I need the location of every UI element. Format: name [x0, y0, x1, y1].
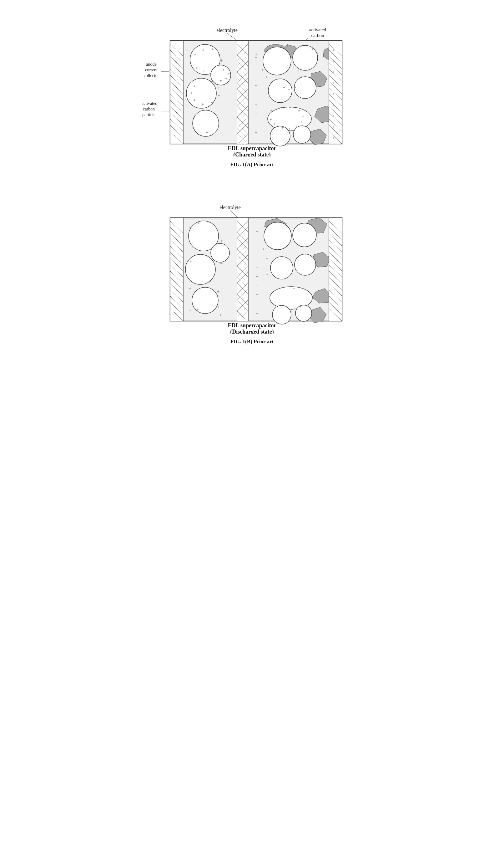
svg-text:−: − — [256, 274, 258, 279]
svg-text:−: − — [186, 102, 188, 107]
svg-text:−: − — [256, 238, 258, 242]
svg-text:+: + — [193, 114, 196, 119]
svg-text:+: + — [288, 87, 290, 92]
svg-text:−: − — [254, 74, 257, 79]
caption-a-line2: (Charged state) — [233, 152, 270, 156]
svg-text:+: + — [298, 108, 300, 113]
figure-1b-caption: FIG. 1(B) Prior art — [230, 337, 274, 345]
label-activated-carbon-2: carbon — [311, 33, 324, 38]
svg-text:−: − — [255, 102, 258, 107]
svg-text:−: − — [186, 58, 188, 64]
svg-text:+: + — [218, 85, 220, 90]
svg-text:+: + — [277, 44, 280, 49]
svg-text:−: − — [254, 46, 257, 50]
figure-1b-wrapper: electrolyte — [143, 202, 361, 345]
svg-text:+: + — [217, 117, 219, 122]
svg-point-195 — [211, 243, 230, 262]
svg-text:+: + — [332, 81, 335, 85]
svg-text:+: + — [332, 69, 335, 74]
svg-text:+: + — [256, 229, 258, 234]
svg-text:+: + — [316, 51, 319, 56]
svg-text:+: + — [219, 78, 222, 83]
svg-text:+: + — [332, 48, 335, 53]
caption-b-line2: (Discharged state) — [230, 329, 274, 333]
label-particle-2: carbon — [143, 107, 155, 111]
svg-text:+: + — [332, 58, 335, 64]
svg-point-252 — [270, 257, 293, 279]
svg-point-255 — [272, 305, 291, 324]
svg-text:−: − — [266, 256, 269, 261]
svg-text:+: + — [201, 102, 204, 107]
svg-text:−: − — [186, 69, 188, 74]
svg-text:−: − — [186, 81, 188, 85]
svg-text:+: + — [219, 312, 222, 317]
svg-text:+: + — [286, 44, 289, 49]
svg-text:+: + — [189, 308, 191, 313]
svg-point-108 — [270, 126, 290, 146]
svg-text:+: + — [217, 289, 219, 294]
svg-text:+: + — [301, 44, 303, 49]
svg-text:+: + — [222, 68, 225, 72]
caption-b-line1: EDL supercapacitor — [228, 322, 276, 329]
svg-text:−: − — [256, 283, 258, 288]
label-anode-1: anode — [146, 62, 156, 67]
svg-text:−: − — [254, 83, 257, 88]
svg-text:+: + — [262, 247, 265, 252]
label-activated-carbon-1: activated — [309, 27, 326, 32]
svg-text:+: + — [211, 47, 214, 52]
svg-text:+: + — [220, 238, 222, 243]
svg-text:+: + — [260, 59, 262, 64]
figure-1a-label: FIG. 1(A) Prior art — [230, 161, 274, 168]
svg-text:+: + — [295, 46, 298, 51]
svg-text:+: + — [300, 74, 303, 79]
svg-text:+: + — [262, 68, 264, 72]
svg-text:+: + — [256, 248, 258, 253]
svg-text:−: − — [293, 286, 295, 291]
figure-1b-label: FIG. 1(B) Prior art — [230, 339, 274, 345]
svg-text:+: + — [256, 292, 258, 297]
svg-text:+: + — [193, 127, 196, 132]
svg-text:+: + — [306, 44, 308, 49]
label-electrolyte-b: electrolyte — [219, 205, 241, 210]
svg-point-194 — [192, 287, 218, 313]
svg-text:+: + — [256, 265, 258, 270]
page: electrolyte activated carbon anode curre… — [132, 25, 372, 345]
svg-text:+: + — [211, 100, 213, 105]
svg-text:−: − — [255, 111, 258, 116]
caption-a-line1: EDL supercapacitor — [228, 145, 276, 152]
svg-text:−: − — [186, 135, 188, 140]
svg-text:+: + — [311, 46, 314, 51]
svg-text:+: + — [203, 69, 205, 73]
svg-text:+: + — [194, 52, 196, 57]
svg-text:+: + — [217, 124, 219, 129]
svg-text:+: + — [202, 48, 204, 53]
svg-text:+: + — [292, 65, 294, 69]
svg-text:−: − — [291, 307, 293, 312]
svg-text:+: + — [256, 311, 258, 316]
svg-text:+: + — [266, 272, 269, 277]
svg-point-106 — [294, 77, 316, 99]
svg-text:+: + — [273, 121, 276, 126]
svg-text:+: + — [197, 221, 200, 226]
figure-1a-wrapper: electrolyte activated carbon anode curre… — [143, 25, 361, 168]
svg-text:+: + — [206, 130, 208, 135]
svg-text:+: + — [280, 105, 283, 110]
svg-text:+: + — [196, 307, 199, 312]
svg-text:−: − — [189, 244, 191, 250]
svg-text:+: + — [332, 135, 335, 140]
svg-text:+: + — [332, 124, 335, 129]
svg-text:+: + — [297, 69, 300, 73]
svg-text:+: + — [269, 46, 272, 51]
svg-text:+: + — [282, 125, 284, 130]
svg-text:−: − — [186, 113, 188, 118]
svg-text:−: − — [208, 279, 211, 284]
svg-text:−: − — [254, 65, 257, 69]
svg-text:−: − — [256, 302, 258, 306]
label-anode-3: collector — [144, 73, 159, 78]
figure-1a-caption: FIG. 1(A) Prior art — [230, 159, 274, 168]
svg-text:+: + — [283, 85, 285, 90]
svg-text:+: + — [288, 126, 291, 131]
svg-text:+: + — [195, 65, 198, 70]
label-electrolyte-a: electrolyte — [216, 28, 238, 33]
svg-text:+: + — [270, 117, 272, 122]
